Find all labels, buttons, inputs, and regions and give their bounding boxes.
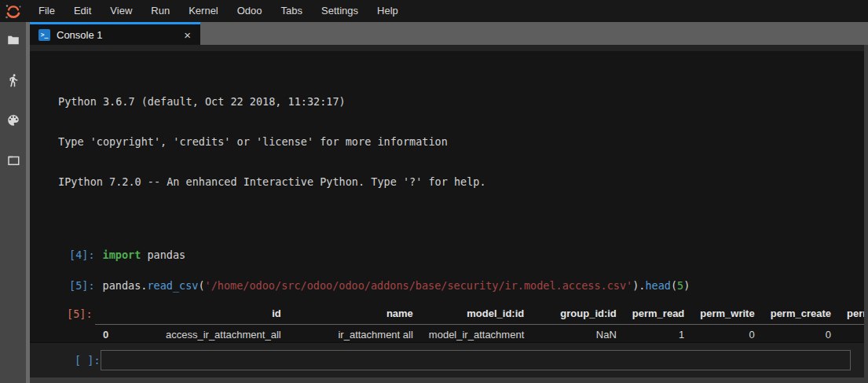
code-token: pandas. [103, 279, 148, 292]
dataframe-table: idnamemodel_id:idgroup_id:idperm_readper… [95, 304, 864, 342]
console-panel: Python 3.6.7 (default, Oct 22 2018, 11:3… [30, 45, 868, 383]
column-header: perm_write [692, 304, 762, 324]
output-area: [5]: idnamemodel_id:idgroup_id:idperm_re… [67, 304, 864, 342]
code-line: import pandas [103, 249, 186, 262]
input-prompt: [4]: [69, 249, 95, 262]
column-header: name [289, 304, 421, 324]
banner-line: IPython 7.2.0 -- An enhanced Interactive… [58, 175, 864, 189]
menu-items: FileEditViewRunKernelOdooTabsSettingsHel… [29, 0, 408, 22]
console-toolbar [30, 45, 864, 51]
menu-bar: FileEditViewRunKernelOdooTabsSettingsHel… [0, 0, 868, 22]
code-token: ) [683, 279, 690, 292]
dock-panel: >_ Console 1 × Python 3.6.7 (default, Oc… [30, 22, 868, 383]
menu-item-file[interactable]: File [31, 0, 62, 22]
menu-item-tabs[interactable]: Tabs [274, 0, 309, 22]
code-token: pandas [141, 249, 185, 261]
command-palette-icon[interactable] [6, 113, 20, 127]
console-input-row: [ ]: [30, 342, 864, 377]
menu-item-run[interactable]: Run [144, 0, 177, 22]
tab-bar: >_ Console 1 × [30, 22, 868, 45]
table-cell: access_ir_attachment_all [116, 324, 288, 342]
menu-item-view[interactable]: View [103, 0, 139, 22]
table-cell: model_ir_attachment [421, 324, 532, 342]
column-header: perm_create [763, 304, 839, 324]
kernel-banner: Python 3.6.7 (default, Oct 22 2018, 11:3… [58, 68, 864, 215]
column-header: model_id:id [421, 304, 532, 324]
empty-input-prompt: [ ]: [75, 354, 101, 366]
table-cell: NaN [532, 324, 624, 342]
row-index: 0 [95, 324, 116, 342]
menu-item-odoo[interactable]: Odoo [230, 0, 269, 22]
column-header: perm_unlink [839, 304, 864, 324]
column-header [95, 304, 116, 324]
menu-item-edit[interactable]: Edit [67, 0, 98, 22]
table-cell: 1 [624, 324, 692, 342]
file-browser-icon[interactable] [6, 33, 20, 47]
console-input[interactable] [101, 350, 851, 370]
menu-item-kernel[interactable]: Kernel [181, 0, 225, 22]
column-header: group_id:id [532, 304, 624, 324]
code-line: pandas.read_csv('/home/odoo/src/odoo/odo… [103, 279, 690, 293]
jupyter-logo-icon [4, 2, 23, 21]
menu-item-settings[interactable]: Settings [314, 0, 365, 22]
table-cell: 0 [692, 324, 762, 342]
main-content: >_ Console 1 × Python 3.6.7 (default, Oc… [0, 22, 868, 383]
open-tabs-icon[interactable] [6, 153, 20, 168]
input-prompt: [5]: [69, 279, 95, 293]
header-row: idnamemodel_id:idgroup_id:idperm_readper… [95, 304, 864, 324]
code-cell-5: [5]: pandas.read_csv('/home/odoo/src/odo… [69, 279, 864, 293]
banner-line: Type 'copyright', 'credits' or 'license'… [58, 135, 864, 149]
console-history[interactable]: Python 3.6.7 (default, Oct 22 2018, 11:3… [30, 51, 864, 342]
jupyterlab-window: FileEditViewRunKernelOdooTabsSettingsHel… [0, 0, 868, 383]
tab-close-icon[interactable]: × [182, 29, 192, 41]
running-sessions-icon[interactable] [6, 73, 20, 87]
table-cell: 0 [839, 324, 864, 342]
banner-line: Python 3.6.7 (default, Oct 22 2018, 11:3… [58, 95, 864, 109]
code-token: ( [198, 279, 204, 292]
left-sidebar [0, 22, 26, 383]
table-cell: ir_attachment all [289, 324, 421, 342]
code-token: read_csv [147, 279, 198, 292]
code-token: import [103, 249, 141, 261]
code-cell-4: [4]: import pandas [69, 249, 864, 262]
code-token: 5 [677, 279, 683, 292]
column-header: perm_read [624, 304, 692, 324]
column-header: id [116, 304, 288, 324]
table-row: 0access_ir_attachment_allir_attachment a… [95, 324, 864, 342]
menu-item-help[interactable]: Help [370, 0, 405, 22]
output-prompt: [5]: [67, 304, 95, 342]
table-cell: 0 [763, 324, 839, 342]
code-token: head [645, 279, 671, 292]
tab-label: Console 1 [57, 29, 103, 41]
console-icon: >_ [38, 29, 50, 41]
code-token: '/home/odoo/src/odoo/odoo/addons/base/se… [205, 279, 633, 292]
code-token: ( [671, 279, 677, 292]
tab-console-1[interactable]: >_ Console 1 × [30, 22, 200, 45]
